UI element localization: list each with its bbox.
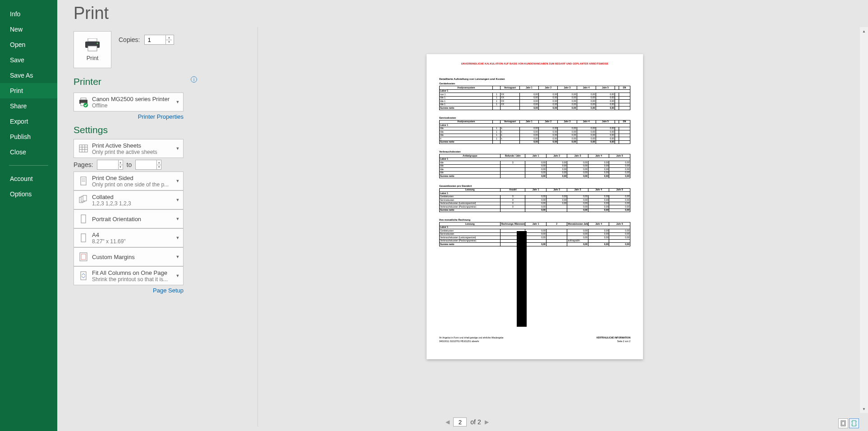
sided-dropdown[interactable]: Print One SidedOnly print on one side of…: [73, 171, 184, 190]
collate-line2: 1,2,3 1,2,3 1,2,3: [92, 200, 174, 207]
chevron-down-icon: ▼: [174, 217, 181, 221]
print-preview-area: UNVERBINDLICHE KALKULATION AUF BASIS VON…: [202, 0, 868, 431]
copies-label: Copies:: [119, 36, 140, 43]
printer-dropdown[interactable]: Canon MG2500 series Printer Offline ▼: [73, 93, 184, 111]
chevron-down-icon: ▼: [174, 255, 181, 259]
pages-to-down[interactable]: ▼: [157, 165, 161, 170]
sidebar-item-close[interactable]: Close: [0, 144, 57, 160]
chevron-down-icon: ▼: [174, 198, 181, 202]
print-what-dropdown[interactable]: Print Active SheetsOnly print the active…: [73, 139, 184, 158]
sidebar-item-export[interactable]: Export: [0, 114, 57, 129]
print-button[interactable]: Print: [73, 31, 111, 68]
svg-rect-2: [88, 46, 97, 51]
chevron-down-icon: ▼: [174, 179, 181, 183]
printer-properties-link[interactable]: Printer Properties: [73, 113, 184, 120]
sidebar-divider: [9, 165, 48, 166]
pages-to-label: to: [127, 161, 132, 168]
scaling-line1: Fit All Columns on One Page: [92, 269, 174, 276]
pages-from-down[interactable]: ▼: [119, 165, 123, 170]
pages-to-spinner[interactable]: ▲▼: [135, 160, 161, 170]
page-title: Print: [73, 4, 202, 23]
sidebar-item-saveas[interactable]: Save As: [0, 68, 57, 83]
zoom-to-page-button[interactable]: [849, 418, 859, 428]
pages-to-up[interactable]: ▲: [157, 160, 161, 165]
prev-page-button[interactable]: ◀: [445, 419, 450, 425]
show-margins-button[interactable]: [838, 418, 848, 428]
copies-spinner[interactable]: ▲▼: [144, 35, 174, 45]
pages-label: Pages:: [73, 161, 93, 168]
scaling-line2: Shrink the printout so that it is...: [92, 276, 174, 283]
svg-point-3: [97, 42, 98, 44]
paper-line1: A4: [92, 232, 174, 238]
settings-section-title: Settings: [73, 125, 202, 135]
orientation-line1: Portrait Orientation: [92, 216, 174, 222]
vertical-scrollbar[interactable]: ▲ ▼: [860, 27, 868, 413]
printer-icon: [84, 38, 101, 52]
collate-dropdown[interactable]: Collated1,2,3 1,2,3 1,2,3 ▼: [73, 190, 184, 209]
page-navigation: ◀ of 2 ▶: [445, 413, 488, 431]
sidebar-item-share[interactable]: Share: [0, 98, 57, 114]
svg-rect-8: [79, 145, 87, 152]
svg-rect-0: [88, 38, 97, 42]
sided-line2: Only print on one side of the p...: [92, 181, 174, 188]
pages-to-input[interactable]: [136, 162, 156, 168]
page-preview: UNVERBINDLICHE KALKULATION AUF BASIS VON…: [427, 54, 643, 359]
main-area: Print Print Copies: ▲▼ Printer i: [57, 0, 868, 431]
print-what-line2: Only print the active sheets: [92, 149, 174, 155]
pages-from-spinner[interactable]: ▲▼: [97, 160, 123, 170]
paper-icon: [77, 231, 90, 245]
pages-from-up[interactable]: ▲: [119, 160, 123, 165]
svg-rect-20: [81, 215, 86, 223]
scroll-down-button[interactable]: ▼: [860, 405, 868, 413]
backstage-sidebar: Info New Open Save Save As Print Share E…: [0, 0, 57, 431]
sidebar-item-print[interactable]: Print: [0, 83, 57, 98]
sidebar-item-open[interactable]: Open: [0, 37, 57, 52]
sidebar-item-options[interactable]: Options: [0, 186, 57, 202]
svg-rect-26: [842, 422, 845, 425]
chevron-down-icon: ▼: [174, 100, 181, 104]
svg-rect-5: [81, 98, 86, 100]
sidebar-item-account[interactable]: Account: [0, 171, 57, 186]
svg-rect-13: [81, 177, 86, 185]
scaling-icon: [77, 269, 90, 283]
svg-rect-24: [81, 272, 86, 280]
printer-status: Offline: [92, 102, 174, 109]
collate-line1: Collated: [92, 194, 174, 200]
print-settings-panel: Print Print Copies: ▲▼ Printer i: [57, 0, 202, 431]
one-sided-icon: [77, 174, 90, 188]
portrait-icon: [77, 212, 90, 226]
sheets-icon: [77, 142, 90, 155]
chevron-down-icon: ▼: [174, 146, 181, 151]
copies-input[interactable]: [145, 37, 165, 43]
scaling-dropdown[interactable]: Fit All Columns on One PageShrink the pr…: [73, 266, 184, 285]
orientation-dropdown[interactable]: Portrait Orientation ▼: [73, 209, 184, 228]
printer-status-icon: [77, 95, 90, 109]
current-page-input[interactable]: [453, 417, 467, 426]
print-button-label: Print: [87, 55, 99, 61]
scroll-up-button[interactable]: ▲: [860, 27, 868, 35]
copies-down[interactable]: ▼: [166, 40, 172, 45]
printer-info-icon[interactable]: i: [191, 76, 197, 83]
sidebar-item-publish[interactable]: Publish: [0, 129, 57, 144]
print-what-line1: Print Active Sheets: [92, 142, 174, 149]
pages-from-input[interactable]: [97, 162, 118, 168]
collated-icon: [77, 193, 90, 207]
svg-rect-21: [81, 234, 86, 242]
next-page-button[interactable]: ▶: [485, 419, 489, 425]
chevron-down-icon: ▼: [174, 236, 181, 240]
sided-line1: Print One Sided: [92, 175, 174, 181]
paper-line2: 8.27" x 11.69": [92, 238, 174, 245]
sidebar-item-info[interactable]: Info: [0, 6, 57, 22]
margins-line1: Custom Margins: [92, 254, 174, 260]
sidebar-item-save[interactable]: Save: [0, 52, 57, 68]
page-setup-link[interactable]: Page Setup: [73, 287, 184, 294]
margins-icon: [77, 250, 90, 264]
printer-name: Canon MG2500 series Printer: [92, 96, 174, 102]
svg-rect-19: [83, 195, 87, 201]
chevron-down-icon: ▼: [174, 273, 181, 278]
paper-dropdown[interactable]: A48.27" x 11.69" ▼: [73, 228, 184, 247]
sidebar-item-new[interactable]: New: [0, 22, 57, 37]
svg-rect-27: [852, 421, 856, 426]
copies-up[interactable]: ▲: [166, 35, 172, 40]
margins-dropdown[interactable]: Custom Margins ▼: [73, 247, 184, 266]
